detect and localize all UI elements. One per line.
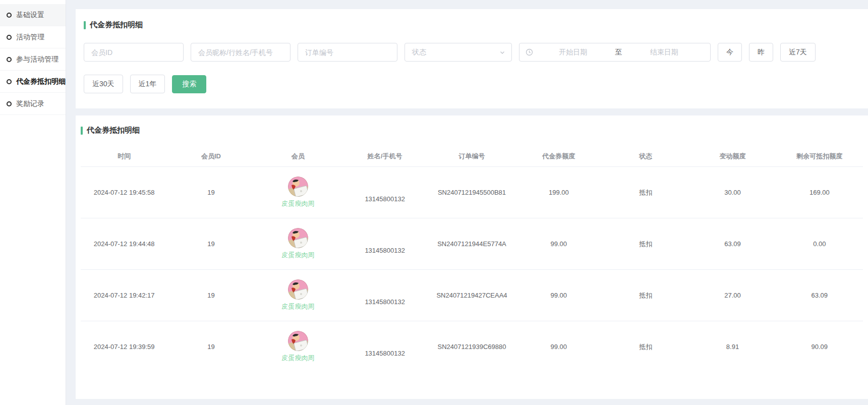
sidebar-item-label: 代金券抵扣明细 bbox=[16, 77, 66, 86]
change-amount-cell: 30.00 bbox=[689, 189, 776, 196]
member-id-cell: 19 bbox=[167, 292, 254, 299]
column-header-member: 会员 bbox=[255, 152, 341, 161]
clock-icon bbox=[526, 48, 533, 56]
sidebar-item-voucher-deduction-details[interactable]: 代金券抵扣明细 bbox=[0, 71, 66, 93]
time-cell: 2024-07-12 19:42:17 bbox=[81, 292, 167, 299]
phone-cell: 13145800132 bbox=[341, 234, 428, 254]
table-row: 2024-07-12 19:39:59 19 bbox=[81, 321, 863, 372]
member-avatar bbox=[288, 228, 308, 248]
circle-icon bbox=[7, 35, 12, 40]
quick-filter-last30days-button[interactable]: 近30天 bbox=[84, 75, 123, 93]
status-cell: 抵扣 bbox=[602, 342, 689, 352]
filter-card-title: 代金券抵扣明细 bbox=[84, 20, 860, 30]
filter-card-title-text: 代金券抵扣明细 bbox=[90, 20, 143, 30]
circle-icon bbox=[7, 13, 12, 18]
member-cell: 皮蛋瘦肉周 bbox=[255, 177, 341, 208]
status-cell: 抵扣 bbox=[602, 188, 689, 197]
order-no-cell: SN2407121944E5774A bbox=[428, 240, 515, 248]
filter-row-1: 状态 开始日期 至 结束日期 今 昨 近7天 bbox=[84, 43, 860, 62]
phone-cell: 13145800132 bbox=[341, 285, 428, 306]
remaining-cell: 63.09 bbox=[776, 292, 863, 299]
sidebar-item-participation-management[interactable]: 参与活动管理 bbox=[0, 48, 66, 71]
table-card-title: 代金券抵扣明细 bbox=[81, 126, 863, 135]
member-id-cell: 19 bbox=[167, 343, 254, 351]
voucher-amount-cell: 99.00 bbox=[515, 343, 602, 351]
quick-filter-last1year-button[interactable]: 近1年 bbox=[130, 75, 165, 93]
member-id-cell: 19 bbox=[167, 240, 254, 248]
phone-cell: 13145800132 bbox=[341, 336, 428, 357]
time-cell: 2024-07-12 19:44:48 bbox=[81, 240, 167, 248]
title-accent-bar bbox=[84, 21, 86, 29]
column-header-status: 状态 bbox=[602, 152, 689, 161]
sidebar-item-activity-management[interactable]: 活动管理 bbox=[0, 26, 66, 48]
sidebar-item-label: 奖励记录 bbox=[16, 99, 44, 108]
column-header-change-amount: 变动额度 bbox=[689, 152, 776, 161]
sidebar-item-basic-settings[interactable]: 基础设置 bbox=[0, 4, 66, 26]
member-nickname-link[interactable]: 皮蛋瘦肉周 bbox=[281, 354, 314, 363]
member-avatar bbox=[288, 177, 308, 197]
table-card: 代金券抵扣明细 时间 会员ID 会员 姓名/手机号 订单编号 代金券额度 状态 … bbox=[76, 115, 868, 399]
table-row: 2024-07-12 19:45:58 19 bbox=[81, 166, 863, 218]
voucher-amount-cell: 199.00 bbox=[515, 189, 602, 196]
circle-icon bbox=[7, 79, 12, 84]
order-no-cell: SN24071219427CEAA4 bbox=[428, 292, 515, 299]
quick-filter-yesterday-button[interactable]: 昨 bbox=[749, 43, 773, 62]
order-no-cell: SN2407121939C69880 bbox=[428, 343, 515, 351]
change-amount-cell: 8.91 bbox=[689, 343, 776, 351]
column-header-time: 时间 bbox=[81, 152, 167, 161]
title-accent-bar bbox=[81, 127, 83, 135]
voucher-deduction-table: 时间 会员ID 会员 姓名/手机号 订单编号 代金券额度 状态 变动额度 剩余可… bbox=[81, 146, 863, 372]
column-header-name-phone: 姓名/手机号 bbox=[341, 152, 428, 161]
column-header-member-id: 会员ID bbox=[167, 152, 254, 161]
order-number-input[interactable] bbox=[298, 43, 397, 62]
filter-card: 代金券抵扣明细 状态 开始日期 至 结束日期 今 昨 bbox=[76, 9, 868, 108]
time-cell: 2024-07-12 19:45:58 bbox=[81, 189, 167, 196]
order-no-cell: SN2407121945500B81 bbox=[428, 189, 515, 196]
quick-filter-today-button[interactable]: 今 bbox=[718, 43, 742, 62]
sidebar: 基础设置 活动管理 参与活动管理 代金券抵扣明细 奖励记录 bbox=[0, 0, 66, 405]
end-date-placeholder: 结束日期 bbox=[624, 48, 705, 57]
member-nickname-link[interactable]: 皮蛋瘦肉周 bbox=[281, 199, 314, 208]
table-row: 2024-07-12 19:42:17 19 bbox=[81, 269, 863, 321]
status-select[interactable]: 状态 bbox=[404, 43, 512, 62]
remaining-cell: 169.00 bbox=[776, 189, 863, 196]
sidebar-item-label: 基础设置 bbox=[16, 11, 44, 20]
quick-filter-last7days-button[interactable]: 近7天 bbox=[780, 43, 816, 62]
change-amount-cell: 27.00 bbox=[689, 292, 776, 299]
sidebar-item-label: 活动管理 bbox=[16, 33, 44, 42]
sidebar-item-label: 参与活动管理 bbox=[16, 55, 59, 64]
circle-icon bbox=[7, 57, 12, 62]
voucher-amount-cell: 99.00 bbox=[515, 240, 602, 248]
remaining-cell: 90.09 bbox=[776, 343, 863, 351]
column-header-remaining: 剩余可抵扣额度 bbox=[776, 152, 863, 161]
member-avatar bbox=[288, 331, 308, 351]
change-amount-cell: 63.09 bbox=[689, 240, 776, 248]
table-row: 2024-07-12 19:44:48 19 bbox=[81, 218, 863, 269]
voucher-amount-cell: 99.00 bbox=[515, 292, 602, 299]
main-content: 代金券抵扣明细 状态 开始日期 至 结束日期 今 昨 bbox=[76, 0, 868, 405]
status-cell: 抵扣 bbox=[602, 291, 689, 300]
member-nickname-link[interactable]: 皮蛋瘦肉周 bbox=[281, 251, 314, 260]
member-cell: 皮蛋瘦肉周 bbox=[255, 228, 341, 260]
remaining-cell: 0.00 bbox=[776, 240, 863, 248]
status-select-placeholder: 状态 bbox=[412, 48, 426, 57]
member-id-input[interactable] bbox=[84, 43, 184, 62]
table-body: 2024-07-12 19:45:58 19 bbox=[81, 166, 863, 372]
member-nickname-link[interactable]: 皮蛋瘦肉周 bbox=[281, 302, 314, 311]
member-cell: 皮蛋瘦肉周 bbox=[255, 279, 341, 311]
date-range-separator: 至 bbox=[613, 48, 624, 57]
column-header-voucher-amount: 代金券额度 bbox=[515, 152, 602, 161]
time-cell: 2024-07-12 19:39:59 bbox=[81, 343, 167, 351]
search-button[interactable]: 搜索 bbox=[172, 75, 206, 93]
table-card-title-text: 代金券抵扣明细 bbox=[87, 126, 140, 135]
table-header-row: 时间 会员ID 会员 姓名/手机号 订单编号 代金券额度 状态 变动额度 剩余可… bbox=[81, 146, 863, 166]
member-id-cell: 19 bbox=[167, 189, 254, 196]
sidebar-item-reward-records[interactable]: 奖励记录 bbox=[0, 93, 66, 115]
date-range-picker[interactable]: 开始日期 至 结束日期 bbox=[519, 43, 711, 62]
member-avatar bbox=[288, 279, 308, 300]
status-cell: 抵扣 bbox=[602, 240, 689, 249]
start-date-placeholder: 开始日期 bbox=[533, 48, 613, 57]
chevron-down-icon bbox=[499, 49, 505, 55]
member-nickname-input[interactable] bbox=[191, 43, 291, 62]
phone-cell: 13145800132 bbox=[341, 182, 428, 203]
